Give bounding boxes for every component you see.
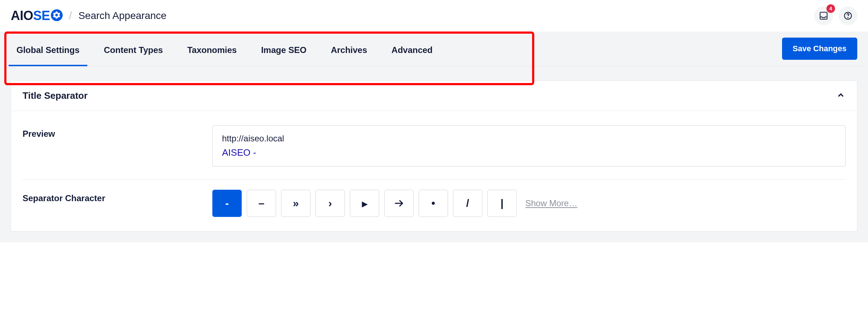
separator-content: - – » › ▸ • / |	[212, 190, 845, 217]
show-more-link[interactable]: Show More…	[525, 198, 577, 208]
separator-option-ndash[interactable]: –	[247, 190, 276, 217]
app-header: AIOSE / Search Appearance 4	[0, 0, 868, 32]
notification-badge: 4	[826, 4, 835, 13]
tab-image-seo[interactable]: Image SEO	[249, 32, 319, 66]
logo: AIOSE	[11, 8, 63, 23]
separator-option-rsaquo[interactable]: ›	[315, 190, 345, 217]
inbox-icon	[819, 11, 828, 20]
separator-option-triangle[interactable]: ▸	[350, 190, 379, 217]
separator-option-raquo[interactable]: »	[281, 190, 310, 217]
separator-option-dash[interactable]: -	[212, 190, 242, 217]
card-collapse-toggle[interactable]	[836, 91, 845, 101]
breadcrumb-separator: /	[69, 10, 72, 22]
preview-row: Preview http://aiseo.local AISEO -	[23, 122, 845, 180]
separator-option-pipe[interactable]: |	[487, 190, 517, 217]
title-separator-card: Title Separator Preview http://aiseo.loc…	[11, 81, 857, 232]
tab-content-types[interactable]: Content Types	[92, 32, 175, 66]
gear-icon	[53, 11, 61, 19]
separator-option-bullet[interactable]: •	[419, 190, 448, 217]
arrow-right-icon	[394, 198, 404, 209]
tab-global-settings[interactable]: Global Settings	[4, 32, 92, 66]
svg-point-2	[848, 18, 848, 18]
card-header: Title Separator	[11, 81, 857, 111]
preview-box: http://aiseo.local AISEO -	[212, 125, 845, 166]
tab-archives[interactable]: Archives	[319, 32, 379, 66]
notifications-button[interactable]: 4	[814, 6, 833, 25]
logo-text-aio: AIO	[11, 8, 33, 23]
page-title: Search Appearance	[78, 10, 167, 21]
body-area: Global Settings Content Types Taxonomies…	[0, 32, 868, 242]
preview-label: Preview	[23, 125, 212, 139]
help-icon	[843, 11, 853, 20]
separator-options: - – » › ▸ • / |	[212, 190, 845, 217]
separator-option-arrow[interactable]	[384, 190, 414, 217]
logo-text-se: SE	[33, 8, 50, 23]
chevron-up-icon	[836, 91, 845, 100]
tab-advanced[interactable]: Advanced	[379, 32, 445, 66]
separator-option-slash[interactable]: /	[453, 190, 482, 217]
logo-o-icon	[51, 9, 63, 21]
card-title: Title Separator	[23, 90, 88, 101]
tabs-actions: Save Changes	[782, 32, 864, 66]
tabs-row: Global Settings Content Types Taxonomies…	[4, 32, 864, 66]
save-button[interactable]: Save Changes	[782, 38, 857, 60]
header-actions: 4	[814, 6, 857, 25]
preview-content: http://aiseo.local AISEO -	[212, 125, 845, 166]
help-button[interactable]	[839, 6, 857, 25]
card-body: Preview http://aiseo.local AISEO - Separ…	[11, 111, 857, 231]
separator-label: Separator Character	[23, 190, 212, 203]
svg-rect-0	[820, 12, 827, 19]
preview-title: AISEO -	[222, 147, 836, 158]
preview-url: http://aiseo.local	[222, 134, 836, 144]
tab-taxonomies[interactable]: Taxonomies	[175, 32, 249, 66]
separator-row: Separator Character - – » › ▸	[23, 180, 845, 220]
